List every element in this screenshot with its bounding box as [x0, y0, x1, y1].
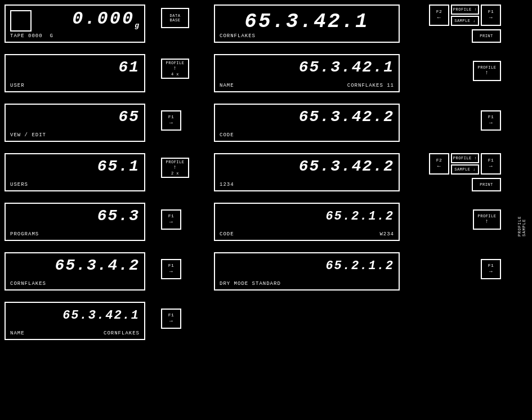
f1-row4-arrow: → [489, 163, 493, 170]
profile-button-row5-right[interactable]: PROFILE ↑ [473, 209, 501, 230]
f1-label: F1 [488, 9, 494, 15]
profile-row5-arrow: ↑ [485, 218, 489, 225]
user-value: 61 [6, 55, 144, 76]
cornflakes-display: 65.3.4.2 CORNFLAKES [5, 252, 145, 291]
f1-row3-right-arrow: → [489, 120, 493, 127]
f2-row4-arrow: ← [437, 163, 441, 170]
profile-up-button-row4[interactable]: PROFILE ↑ [451, 153, 479, 163]
f1-row6-right-label: F1 [488, 263, 494, 269]
large-top-display: 65.3.42.1 CORNFLAKES [214, 5, 400, 43]
profile-row2-label: PROFILE [478, 65, 497, 70]
f1-button-row6-left[interactable]: F1 → [161, 259, 181, 279]
profile-2x-button[interactable]: PROFILE ↑ 2 x [161, 158, 189, 178]
cornflakes-value: 65.3.4.2 [6, 253, 144, 274]
code-row3-value: 65.3.42.2 [215, 105, 399, 126]
f1-button-row7-left[interactable]: F1 → [161, 309, 181, 329]
profile-up-button-top[interactable]: PROFILE ↑ [451, 5, 479, 15]
f1-row6-arrow: → [169, 269, 173, 275]
profile-row4-label: PROFILE ↑ [453, 156, 477, 160]
code-row3-label: CODE [217, 131, 236, 139]
f1-button-row3-left[interactable]: F1 → [161, 110, 181, 131]
weight-unit: g [135, 21, 141, 30]
code-w234-value: 65.2.1.2 [215, 204, 399, 224]
name-cornflakes-bottom-label-right: CORNFLAKES [101, 329, 142, 337]
f1-right-button-top[interactable]: F1 → [481, 5, 501, 26]
code-w234-label-right: W234 [377, 230, 396, 238]
f2-row4-label: F2 [436, 158, 442, 163]
profile-row2-arrow: ↑ [485, 70, 489, 77]
code-w234-display: 65.2.1.2 CODE W234 [214, 203, 400, 241]
weight-value: 0.000g [72, 8, 141, 30]
profile-2x-count: 2 x [171, 171, 179, 176]
user-label: USER [8, 82, 27, 90]
f1-row4-label: F1 [488, 158, 494, 163]
print-label-top: PRINT [480, 34, 493, 38]
users-value: 65.1 [6, 154, 144, 175]
sample-down-button-row4[interactable]: SAMPLE ↓ [451, 164, 479, 175]
programs-label: PROGRAMS [8, 230, 41, 238]
sample-row4-label: SAMPLE ↓ [454, 167, 476, 172]
f1-row3-right-label: F1 [488, 114, 494, 120]
large-top-label: CORNFLAKES [217, 32, 258, 40]
f1-row6-right-arrow: → [489, 269, 493, 275]
profile-button-row2-right[interactable]: PROFILE ↑ [473, 61, 501, 81]
print-label-row4: PRINT [480, 182, 493, 187]
profile-4x-label: PROFILE [166, 61, 185, 65]
drymode-value: 65.2.1.2 [215, 253, 399, 273]
name-cornflakes-bottom-value: 65.3.42.1 [6, 303, 144, 323]
f1-row3-left-label: F1 [168, 114, 175, 120]
f1-button-row3-right[interactable]: F1 → [481, 110, 501, 131]
code-row3-display: 65.3.42.2 CODE [214, 104, 400, 142]
cornflakes-label: CORNFLAKES [8, 280, 48, 288]
programs-display: 65.3 PROGRAMS [5, 203, 145, 241]
user-display: 61 USER [5, 54, 145, 92]
cornflakes11-label: NAME [217, 82, 236, 90]
f1-arrow: → [489, 15, 493, 21]
profile-4x-count: 4 x [171, 72, 179, 77]
f1-button-row5-left[interactable]: F1 → [161, 209, 181, 230]
f2-arrow: ← [437, 15, 441, 21]
f1-right-button-row4[interactable]: F1 → [481, 153, 501, 175]
f1-row7-arrow: → [169, 318, 173, 325]
large-top-value: 65.3.42.1 [215, 6, 399, 33]
f2-left-button-row4[interactable]: F2 ← [429, 153, 449, 175]
profile-4x-arrow: ↑ [173, 65, 177, 72]
row4-right-cluster: F2 ← PROFILE ↑ SAMPLE ↓ F1 → [429, 153, 501, 175]
name-cornflakes-bottom-display: 65.3.42.1 NAME CORNFLAKES [5, 302, 145, 340]
profile-sample-label: PROFILE SAMPLE [516, 196, 527, 236]
cornflakes11-label-right: CORNFLAKES 11 [345, 82, 396, 90]
name-cornflakes11-display: 65.3.42.1 NAME CORNFLAKES 11 [214, 54, 400, 92]
weight-box-indicator [10, 10, 32, 32]
print-button-row4[interactable]: PRINT [472, 178, 501, 191]
f2-left-button[interactable]: F2 ← [429, 5, 449, 26]
drymode-display: 65.2.1.2 DRY MODE STANDARD [214, 252, 400, 291]
users-label: USERS [8, 181, 30, 189]
weight-label: TAPE 0000 G [8, 32, 56, 40]
database-label: DATABASE [170, 14, 181, 23]
sample-down-button-top[interactable]: SAMPLE ↓ [451, 16, 479, 26]
f1-row3-left-arrow: → [169, 120, 173, 127]
profile-2x-label: PROFILE [166, 160, 185, 164]
weight-display: 0.000g TAPE 0000 G [5, 5, 145, 43]
name-cornflakes-bottom-label: NAME [8, 329, 27, 337]
code-1234-display: 65.3.42.2 1234 [214, 153, 400, 191]
programs-value: 65.3 [6, 204, 144, 225]
viewedit-label: VEW / EDIT [8, 131, 48, 139]
f1-row5-label: F1 [168, 213, 175, 219]
f1-row7-label: F1 [168, 312, 175, 318]
drymode-label: DRY MODE STANDARD [217, 280, 283, 288]
viewedit-value: 65 [6, 105, 144, 126]
code-1234-label: 1234 [217, 181, 236, 189]
database-button[interactable]: DATABASE [161, 8, 189, 28]
cornflakes11-value: 65.3.42.1 [215, 55, 399, 76]
viewedit-display: 65 VEW / EDIT [5, 104, 145, 142]
print-button-top[interactable]: PRINT [472, 29, 501, 43]
f2-label: F2 [436, 9, 442, 15]
profile-4x-button[interactable]: PROFILE ↑ 4 x [161, 59, 189, 79]
f1-row5-arrow: → [169, 219, 173, 226]
profile-row5-label: PROFILE [478, 214, 497, 218]
users-display: 65.1 USERS [5, 153, 145, 191]
f1-row6-label: F1 [168, 263, 175, 269]
profile-2x-arrow: ↑ [173, 164, 177, 171]
f1-button-row6-right[interactable]: F1 → [481, 259, 501, 279]
